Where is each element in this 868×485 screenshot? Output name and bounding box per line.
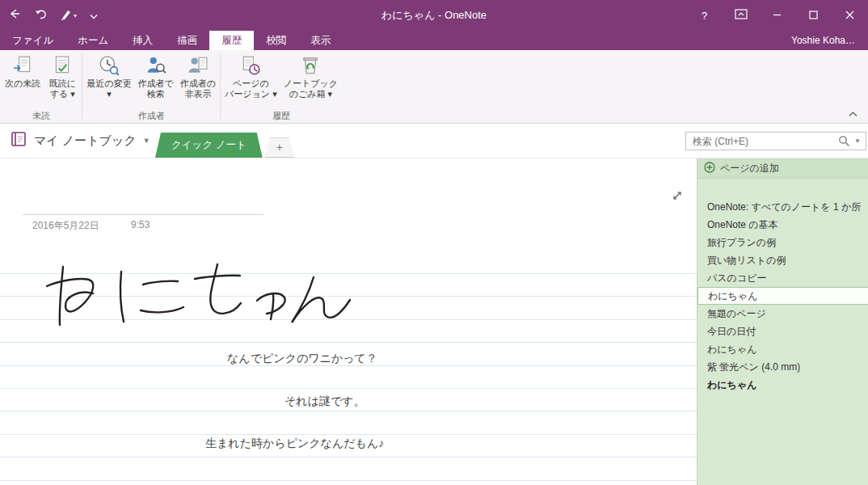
ribbon-group-label: 作成者 [83,110,219,123]
maximize-button[interactable] [795,0,832,31]
content-area: 2016年5月22日 9:53 [0,158,868,485]
ribbon-button-label: 既読に する ▾ [49,78,76,99]
search-author-icon [145,54,166,77]
page-list-item[interactable]: OneNote: すべてのノートを 1 か所 [697,198,868,216]
page-list-item[interactable]: わにちゃん [697,340,868,358]
hide-authors-icon [188,54,209,77]
notebook-name: マイ ノートブック [34,133,137,149]
page-title-underline [23,214,263,215]
page-list-item[interactable]: わにちゃん [697,376,868,394]
page-canvas[interactable]: 2016年5月22日 9:53 [0,158,697,485]
full-page-view-button[interactable] [671,191,684,204]
tab-review[interactable]: 校閲 [254,31,298,50]
back-button[interactable] [8,7,21,23]
tab-insert[interactable]: 挿入 [120,31,165,50]
ribbon-tab-bar: ファイル ホーム 挿入 描画 履歴 校閲 表示 Yoshie Koha… [0,31,868,50]
note-text-line[interactable]: それは謎です。 [284,394,365,409]
add-circle-icon [704,162,715,175]
tab-history[interactable]: 履歴 [209,31,254,50]
ribbon-group-label: 履歴 [221,110,341,123]
hide-authors-button[interactable]: 作成者の 非表示 [177,52,219,101]
ribbon-button-label: 次の未読 [5,78,40,89]
ribbon-button-label: 最近の変更 ▾ [86,78,131,99]
account-name[interactable]: Yoshie Koha… [791,31,868,50]
ribbon-group-history: ページの バージョン ▾ ノートブック のごみ箱 ▾ 履歴 [221,50,341,123]
add-page-button[interactable]: ページの追加 [697,158,868,179]
chevron-up-icon [849,106,857,120]
recent-changes-icon [99,54,120,77]
notebook-recycle-bin-button[interactable]: ノートブック のごみ箱 ▾ [280,52,341,101]
page-date[interactable]: 2016年5月22日 [32,219,99,233]
titlebar: ▾ わにちゃん - OneNote ? [0,0,868,31]
page-list-item-selected[interactable]: わにちゃん [697,287,868,305]
ribbon-group-separator [82,53,82,120]
ribbon-button-label: 作成者の 非表示 [180,78,216,99]
ink-tool-button[interactable]: ▾ [60,8,77,23]
maximize-icon [809,10,818,22]
ribbon-group-separator [220,53,221,120]
ink-text-value: わにちゃん [0,158,1,159]
recycle-bin-icon [300,54,321,77]
next-unread-icon [12,54,33,77]
search-input[interactable] [686,136,836,147]
search-icon[interactable] [836,135,853,147]
section-tab-quick-notes[interactable]: クイック ノート [155,133,263,158]
ribbon-button-label: ページの バージョン ▾ [225,78,277,99]
customize-qat-button[interactable] [90,8,98,23]
undo-button[interactable] [34,7,47,23]
collapse-ribbon-button[interactable] [845,108,860,119]
mark-read-icon [52,54,73,77]
chevron-down-icon: ▼ [143,137,150,145]
page-list-item[interactable]: OneNote の基本 [697,216,868,234]
chevron-down-icon [90,8,98,23]
add-page-label: ページの追加 [720,162,779,175]
page-versions-button[interactable]: ページの バージョン ▾ [221,52,280,101]
tab-view[interactable]: 表示 [298,31,343,50]
close-icon [845,10,854,22]
section-tabs: クイック ノート + [155,133,294,158]
mark-read-button[interactable]: 既読に する ▾ [44,52,81,101]
back-icon [8,7,21,23]
search-scope-dropdown[interactable]: ▼ [853,137,866,145]
page-list-item[interactable]: 旅行プランの例 [697,234,868,251]
close-button[interactable] [832,0,868,31]
ink-handwriting[interactable] [44,257,360,334]
ribbon-group-unread: 次の未読 既読に する ▾ 未読 [2,50,81,123]
ribbon: 次の未読 既読に する ▾ 未読 最近の変更 ▾ [0,50,868,124]
page-time[interactable]: 9:53 [131,219,150,230]
page-list-item[interactable]: 紫 蛍光ペン (4.0 mm) [697,358,868,376]
page-list-item[interactable]: 今日の日付 [697,323,868,340]
notebook-icon [10,130,27,151]
ribbon-button-label: ノートブック のごみ箱 ▾ [284,78,338,99]
quick-access-toolbar: ▾ [8,0,98,31]
recent-changes-button[interactable]: 最近の変更 ▾ [83,52,134,101]
page-list-item[interactable]: 無題のページ [697,305,868,323]
tab-file[interactable]: ファイル [0,31,65,50]
notebook-switcher[interactable]: マイ ノートブック ▼ [10,130,150,151]
tab-home[interactable]: ホーム [65,31,120,50]
search-box: ▼ [685,132,866,150]
window-controls: ? [686,0,868,31]
note-text-line[interactable]: なんでピンクのワニかって？ [227,352,377,366]
chevron-down-icon: ▾ [74,12,77,19]
notebook-bar: マイ ノートブック ▼ クイック ノート + ▼ [0,124,868,158]
add-section-button[interactable]: + [265,137,294,158]
ribbon-group-label: 未読 [2,110,81,123]
minimize-icon [773,10,782,22]
ribbon-display-options-button[interactable] [723,0,759,31]
page-list: OneNote: すべてのノートを 1 か所 OneNote の基本 旅行プラン… [697,198,868,394]
window-title: わにちゃん - OneNote [381,0,487,31]
ribbon-group-authors: 最近の変更 ▾ 作成者で 検索 作成者の 非表示 作成者 [83,50,219,123]
help-button[interactable]: ? [686,0,723,31]
page-versions-icon [240,54,261,77]
page-list-item[interactable]: 買い物リストの例 [697,251,868,269]
note-text-line[interactable]: 生まれた時からピンクなんだもん♪ [205,436,384,451]
next-unread-button[interactable]: 次の未読 [2,52,44,91]
page-list-pane: ページの追加 OneNote: すべてのノートを 1 か所 OneNote の基… [697,158,868,485]
minimize-button[interactable] [759,0,795,31]
page-list-item[interactable]: パスのコピー [697,269,868,287]
search-by-author-button[interactable]: 作成者で 検索 [135,52,177,101]
onenote-window: ▾ わにちゃん - OneNote ? [0,0,868,485]
pen-icon [60,8,72,23]
tab-draw[interactable]: 描画 [165,31,209,50]
